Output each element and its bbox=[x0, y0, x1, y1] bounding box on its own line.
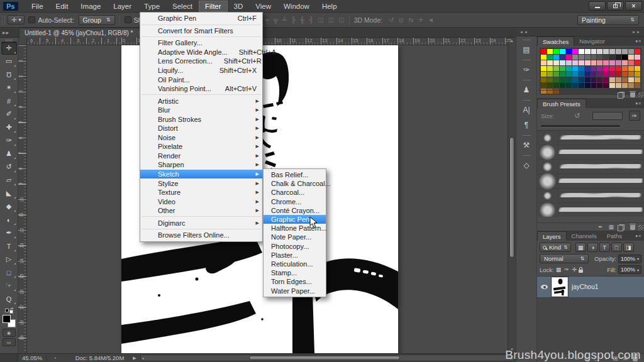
swatch[interactable] bbox=[541, 83, 547, 88]
tab-layers[interactable]: Layers bbox=[537, 231, 567, 241]
swatch[interactable] bbox=[585, 66, 591, 71]
dodge-tool[interactable]: ◐ bbox=[1, 213, 17, 226]
swatch[interactable] bbox=[628, 72, 634, 77]
filter-menu-item-convert-for-smart-filters[interactable]: Convert for Smart Filters bbox=[140, 26, 262, 36]
swatch[interactable] bbox=[541, 60, 547, 65]
swatch[interactable] bbox=[616, 60, 621, 65]
pen-tool[interactable]: ✒ bbox=[1, 226, 17, 239]
move-tool-preset[interactable]: ✛ ▾ bbox=[8, 15, 25, 25]
swatch[interactable] bbox=[591, 60, 597, 65]
panel-group-grip[interactable] bbox=[523, 135, 531, 136]
brush-preset-row[interactable] bbox=[537, 189, 644, 203]
swatch[interactable] bbox=[585, 77, 591, 82]
tab-navigator[interactable]: Navigator bbox=[574, 36, 610, 46]
swatch[interactable] bbox=[560, 60, 565, 65]
blend-mode-select[interactable]: Normal ⇅ bbox=[540, 254, 589, 263]
swatch[interactable] bbox=[597, 66, 602, 71]
menubar-item-3d[interactable]: 3D bbox=[228, 1, 250, 12]
path-selection-tool[interactable]: ▷ bbox=[1, 253, 17, 266]
swatch[interactable] bbox=[616, 83, 621, 88]
brush-preset-row[interactable] bbox=[537, 203, 644, 217]
filter-menu-item-liquify[interactable]: Liquify...Shift+Ctrl+X bbox=[140, 66, 262, 75]
menubar-item-file[interactable]: File bbox=[25, 1, 50, 12]
swatch[interactable] bbox=[579, 72, 584, 77]
layer-filter-icon[interactable]: ▦ bbox=[575, 243, 586, 252]
filter-menu-item-lens-correction[interactable]: Lens Correction...Shift+Ctrl+R bbox=[140, 57, 262, 66]
brush-footer-icon[interactable]: ▦ bbox=[608, 224, 614, 230]
paint-bucket-tool[interactable]: ◣ bbox=[1, 187, 17, 200]
panel-group-grip[interactable] bbox=[523, 40, 531, 40]
swatch[interactable] bbox=[547, 60, 553, 65]
options-bar-grip[interactable] bbox=[2, 16, 5, 25]
filter-menu-item-graphic-pen[interactable]: Graphic PenCtrl+F bbox=[140, 14, 262, 23]
swatch[interactable] bbox=[566, 72, 572, 77]
swatch[interactable] bbox=[609, 49, 615, 54]
brush-size-slider[interactable] bbox=[541, 125, 620, 127]
expand-panels-icon[interactable]: ►► bbox=[632, 30, 641, 34]
swatch[interactable] bbox=[572, 55, 578, 60]
swatch[interactable] bbox=[628, 60, 634, 65]
brush-size-input[interactable] bbox=[592, 112, 623, 120]
filter-menu-item-pixelate[interactable]: Pixelate▶ bbox=[140, 142, 262, 151]
brush-panel-button[interactable]: ✑ bbox=[518, 62, 535, 77]
eraser-tool[interactable]: ▱ bbox=[1, 173, 17, 187]
swatch[interactable] bbox=[553, 60, 559, 65]
swatch[interactable] bbox=[547, 66, 553, 71]
collapse-panels-icon[interactable]: ◄◄ bbox=[519, 30, 528, 34]
auto-select-checkbox[interactable] bbox=[28, 16, 35, 23]
toolbar-grip[interactable] bbox=[5, 40, 13, 40]
layer-row-selected[interactable]: jayChou1 bbox=[537, 277, 644, 298]
swatch[interactable] bbox=[547, 83, 553, 88]
zoom-tool[interactable]: Q bbox=[1, 292, 17, 305]
swatch[interactable] bbox=[579, 66, 584, 71]
swatch[interactable] bbox=[591, 83, 597, 88]
layer-filter-icon[interactable]: T bbox=[599, 243, 610, 252]
restore-button[interactable] bbox=[607, 1, 624, 11]
menubar-item-edit[interactable]: Edit bbox=[50, 1, 75, 12]
blur-tool[interactable]: ◆ bbox=[1, 200, 17, 213]
layer-filter-icon[interactable]: □ bbox=[611, 243, 622, 252]
sketch-submenu-item-note-paper[interactable]: Note Paper... bbox=[264, 233, 326, 241]
swatch[interactable] bbox=[603, 77, 609, 82]
filter-menu-item-blur[interactable]: Blur▶ bbox=[140, 106, 262, 115]
swatch[interactable] bbox=[560, 83, 565, 88]
horizontal-scrollbar-thumb[interactable] bbox=[249, 356, 400, 360]
screen-mode-button[interactable]: ▭ bbox=[3, 338, 16, 346]
swatch[interactable] bbox=[560, 55, 565, 60]
swatch[interactable] bbox=[541, 55, 547, 60]
history-brush-tool[interactable]: ↺ bbox=[1, 160, 17, 173]
swatch[interactable] bbox=[603, 72, 609, 77]
swatch[interactable] bbox=[635, 49, 640, 54]
swatch[interactable] bbox=[553, 55, 559, 60]
spot-healing-brush-tool[interactable]: ✚ bbox=[1, 121, 17, 134]
swatch[interactable] bbox=[585, 72, 591, 77]
swatch[interactable] bbox=[541, 49, 547, 54]
rectangle-tool[interactable]: □ bbox=[1, 266, 17, 279]
tool-presets-panel-button[interactable]: ⚒ bbox=[518, 138, 535, 153]
swatch[interactable] bbox=[553, 49, 559, 54]
panel-group-grip[interactable] bbox=[523, 60, 531, 60]
swatch[interactable] bbox=[572, 72, 578, 77]
swatch[interactable] bbox=[553, 66, 559, 71]
hand-tool[interactable]: ☞ bbox=[1, 279, 17, 292]
swatch[interactable] bbox=[579, 49, 584, 54]
swatch[interactable] bbox=[579, 83, 584, 88]
sketch-submenu-item-chrome[interactable]: Chrome... bbox=[264, 197, 326, 206]
sketch-submenu-item-stamp[interactable]: Stamp... bbox=[264, 268, 326, 277]
clone-stamp-tool[interactable]: ♟ bbox=[1, 147, 17, 160]
swatch[interactable] bbox=[603, 83, 609, 88]
swatch[interactable] bbox=[616, 72, 621, 77]
filter-menu-item-sharpen[interactable]: Sharpen▶ bbox=[140, 160, 262, 170]
lock-option-icon[interactable]: ✛ bbox=[572, 266, 577, 273]
close-button[interactable]: × bbox=[625, 1, 642, 11]
swatch[interactable] bbox=[609, 60, 615, 65]
delete-brush-icon[interactable] bbox=[630, 225, 635, 230]
swatch[interactable] bbox=[597, 60, 602, 65]
opacity-field[interactable]: 100% ▾ bbox=[618, 255, 641, 263]
menubar-item-help[interactable]: Help bbox=[316, 1, 343, 12]
minimize-button[interactable] bbox=[589, 1, 606, 11]
swatch[interactable] bbox=[635, 60, 640, 65]
swatch[interactable] bbox=[609, 77, 615, 82]
quick-selection-tool[interactable]: ✶ bbox=[1, 81, 17, 94]
swatch[interactable] bbox=[560, 66, 565, 71]
